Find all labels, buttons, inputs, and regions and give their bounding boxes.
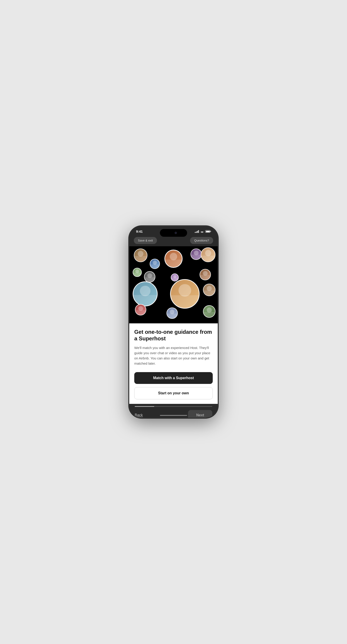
avatar-3-featured [164,250,182,268]
hero-image-area [129,246,218,323]
page-title: Get one-to-one guidance from a Superhost [134,329,213,342]
avatar-2 [150,259,160,269]
status-time: 9:41 [136,230,143,233]
progress-bar-fill [135,406,154,407]
content-area: Get one-to-one guidance from a Superhost… [129,323,218,404]
avatar-container [129,246,218,323]
progress-bar [135,406,212,407]
signal-bars-icon [195,230,199,233]
avatar-5 [201,248,216,262]
avatar-13 [135,304,146,316]
status-icons [195,230,211,233]
back-button[interactable]: Back [135,412,143,418]
avatar-7 [144,271,155,282]
avatar-12 [203,284,216,296]
avatar-15 [203,305,216,318]
content-description: We'll match you with an experienced Host… [134,345,213,366]
save-exit-button[interactable]: Save & exit [134,237,157,244]
phone-frame: 9:41 [129,226,218,418]
start-own-button[interactable]: Start on your own [134,387,213,399]
avatar-14 [166,308,178,319]
camera-dot [175,232,177,234]
top-navigation: Save & exit Questions? [129,235,218,246]
home-indicator [160,415,187,416]
match-superhost-button[interactable]: Match with a Superhost [134,372,213,384]
avatar-6 [133,268,142,277]
avatar-10-large [133,282,158,306]
battery-icon [205,230,211,233]
avatar-4 [190,248,202,260]
avatar-1 [134,248,148,262]
avatar-9 [200,269,211,280]
bottom-navigation: Back Next [135,410,212,418]
phone-screen: 9:41 [129,226,218,418]
wifi-icon [200,230,204,233]
avatar-11-large-main [170,279,200,308]
phone-wrapper: 9:41 [129,226,218,418]
dynamic-island [160,229,187,237]
next-button[interactable]: Next [188,410,212,418]
questions-button[interactable]: Questions? [190,237,213,244]
